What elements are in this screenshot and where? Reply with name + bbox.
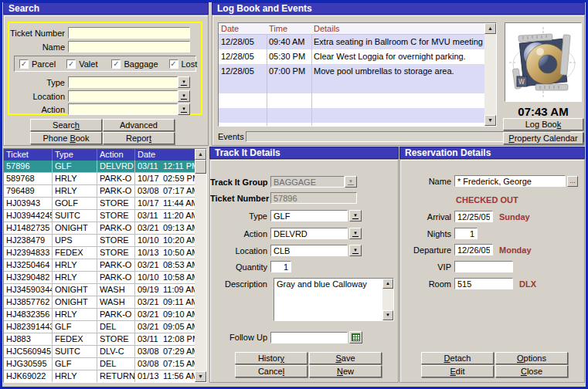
ticket-row[interactable]: 57896 GLF DELVRD 03/1112:11 PM xyxy=(4,161,195,173)
ticket-cell-ticket: HJK69022 xyxy=(4,370,53,382)
ticket-row[interactable]: HJ3250464 HRLY PARK-O 03/2108:53 AM xyxy=(4,259,195,272)
ticket-table-scrollbar[interactable]: ▲ ▼ xyxy=(195,149,206,382)
logbook-row[interactable]: 12/28/05 05:30 PM Clear West Loggia for … xyxy=(219,49,484,64)
name-row: Name xyxy=(9,41,201,52)
ticket-row[interactable]: HJG30595 GLF DEL 03/0807:15 AM xyxy=(4,358,195,370)
trackit-action-dropdown-button[interactable]: ▼ xyxy=(349,228,362,239)
ticket-row[interactable]: HJC560945 SUITC DLV-C 03/0807:29 AM xyxy=(4,346,195,358)
logbook-col-details[interactable]: Details xyxy=(311,23,484,34)
logbook-cell-details: Clear West Loggia for overnight parking. xyxy=(311,49,484,64)
options-button[interactable]: Options xyxy=(495,352,568,364)
location-dropdown-button[interactable]: ▼ xyxy=(178,90,190,102)
logbook-row[interactable]: 12/28/05 09:40 AM Extra seating in Ballr… xyxy=(219,35,484,49)
trackit-action-input[interactable] xyxy=(270,228,348,239)
scrollbar-up-button[interactable]: ▲ xyxy=(484,23,496,34)
vip-input[interactable] xyxy=(454,261,513,272)
ticket-cell-action: PARK-O xyxy=(97,222,135,234)
ticket-row[interactable]: HJ3857762 ONIGHT WASH 03/2109:11 AM xyxy=(4,296,195,309)
history-button[interactable]: History xyxy=(235,352,308,364)
departure-input[interactable] xyxy=(454,244,493,255)
ticket-row[interactable]: HJ34590344 ONIGHT WASH 09/1911:09 AM xyxy=(4,284,195,296)
trackit-action-row: Action ▼ xyxy=(210,228,362,239)
parcel-checkbox[interactable]: ✓ Parcel xyxy=(19,59,56,69)
ticket-number-input[interactable] xyxy=(68,27,190,39)
logbook-scrollbar[interactable]: ▲ ▼ xyxy=(484,23,496,126)
logbook-col-time[interactable]: Time xyxy=(267,23,311,34)
ticket-cell-date: 03/2109:11 AM xyxy=(135,296,195,308)
reservation-name-input[interactable] xyxy=(454,175,566,187)
search-button[interactable]: Search xyxy=(30,119,102,131)
ticket-cell-date: 03/1111:20 AM xyxy=(135,210,195,222)
ticket-table-header: Ticket Type Action Date xyxy=(4,149,195,161)
ticket-row[interactable]: HJ82391443 GLF DEL 03/2109:05 AM xyxy=(4,321,195,333)
ticket-row[interactable]: HJ03943 GOLF STORE 10/1711:44 AM xyxy=(4,198,195,210)
action-dropdown-button[interactable]: ▼ xyxy=(178,103,190,115)
calendar-button[interactable] xyxy=(349,331,362,343)
ticket-row[interactable]: HJ2394833 FEDEX STORE 10/1310:50 AM xyxy=(4,247,195,259)
logbook-row[interactable]: 12/28/05 07:00 PM Move pool umbrellas to… xyxy=(219,64,484,79)
action-combo-input[interactable] xyxy=(68,103,178,115)
trackit-group-label: Track It Group xyxy=(210,178,270,187)
trackit-location-dropdown-button[interactable]: ▼ xyxy=(349,245,362,256)
detach-button[interactable]: Detach xyxy=(421,352,494,364)
save-button[interactable]: Save xyxy=(309,352,382,364)
ticket-col-action[interactable]: Action xyxy=(97,149,135,161)
ticket-row[interactable]: HJ3290482 HRLY PARK-O 10/1010:58 AM xyxy=(4,272,195,284)
lost-checkbox[interactable]: ✓ Lost xyxy=(169,59,198,69)
logbook-col-date[interactable]: Date xyxy=(219,23,267,34)
cancel-button[interactable]: Cancel xyxy=(235,365,308,377)
ticket-row[interactable]: HJ4832356 HRLY PARK-O 03/2109:10 AM xyxy=(4,309,195,321)
room-input[interactable] xyxy=(454,278,513,289)
ticket-row[interactable]: HJK69022 HRLY RETURNED 01/1311:56 AM xyxy=(4,370,195,383)
log-book-button[interactable]: Log Book xyxy=(503,118,583,130)
ticket-row[interactable]: HJ883 FEDEX STORE 03/1112:08 PM xyxy=(4,333,195,346)
nights-row: Nights xyxy=(400,228,478,239)
scrollbar-track[interactable] xyxy=(484,34,496,115)
edit-button[interactable]: Edit xyxy=(421,365,494,377)
arrival-input[interactable] xyxy=(454,211,493,222)
close-button[interactable]: Close xyxy=(495,365,568,377)
search-criteria-group: Ticket Number Name ✓ Parcel ✓ Valet xyxy=(8,22,202,115)
scrollbar-track[interactable] xyxy=(195,174,206,371)
ticket-col-date[interactable]: Date xyxy=(135,149,195,161)
valet-checkbox[interactable]: ✓ Valet xyxy=(66,59,97,69)
ticket-row[interactable]: HJ1482735 ONIGHT PARK-O 03/2109:13 AM xyxy=(4,222,195,235)
baggage-checkbox[interactable]: ✓ Baggage xyxy=(111,59,158,69)
type-dropdown-button[interactable]: ▼ xyxy=(178,76,190,88)
trackit-description-text: Gray and blue Calloway xyxy=(277,279,367,289)
search-name-input[interactable] xyxy=(68,41,190,52)
trackit-description-textarea[interactable]: Gray and blue Calloway ▲ ▼ xyxy=(274,278,394,321)
report-button[interactable]: Report xyxy=(103,132,175,144)
ticket-row[interactable]: 589768 HRLY PARK-O 10/1702:59 PM xyxy=(4,173,195,185)
ticket-row[interactable]: HJ039442456 SUITC STORE 03/1111:20 AM xyxy=(4,210,195,222)
ticket-col-ticket[interactable]: Ticket xyxy=(4,149,53,161)
phone-book-button[interactable]: Phone Book xyxy=(30,132,102,144)
new-button[interactable]: New xyxy=(309,365,382,377)
trackit-type-dropdown-button[interactable]: ▼ xyxy=(349,210,362,222)
trackit-quantity-input[interactable] xyxy=(270,261,291,272)
scrollbar-down-button[interactable]: ▼ xyxy=(195,371,206,382)
scrollbar-up-button[interactable]: ▲ xyxy=(195,149,206,160)
reservation-name-label: Name xyxy=(400,177,454,186)
ticket-row[interactable]: 796489 HRLY PARK-O 03/0807:17 AM xyxy=(4,185,195,198)
advanced-button[interactable]: Advanced xyxy=(103,119,175,131)
scrollbar-down-button[interactable]: ▼ xyxy=(484,115,496,126)
property-calendar-button[interactable]: Property Calendar xyxy=(503,132,583,144)
description-scrollbar[interactable]: ▲ ▼ xyxy=(382,279,393,320)
type-combo-input[interactable] xyxy=(68,76,178,88)
ticket-cell-action: DEL xyxy=(97,321,135,333)
scrollbar-down-button[interactable]: ▼ xyxy=(382,310,393,320)
baggage-checkbox-label: Baggage xyxy=(124,59,158,69)
name-lookup-button[interactable]: ... xyxy=(567,176,578,187)
trackit-location-input[interactable] xyxy=(270,245,348,256)
nights-input[interactable] xyxy=(454,228,478,239)
trackit-type-input[interactable] xyxy=(270,210,348,222)
ticket-row[interactable]: HJ238479 UPS STORE 10/1010:20 AM xyxy=(4,235,195,247)
chevron-down-icon: ▼ xyxy=(348,179,354,185)
ticket-cell-action: RETURNED xyxy=(97,370,135,382)
scrollbar-thumb[interactable] xyxy=(195,160,206,174)
trackit-followup-input[interactable] xyxy=(270,332,348,343)
ticket-col-type[interactable]: Type xyxy=(53,149,97,161)
scrollbar-up-button[interactable]: ▲ xyxy=(382,279,393,289)
location-combo-input[interactable] xyxy=(68,90,178,102)
